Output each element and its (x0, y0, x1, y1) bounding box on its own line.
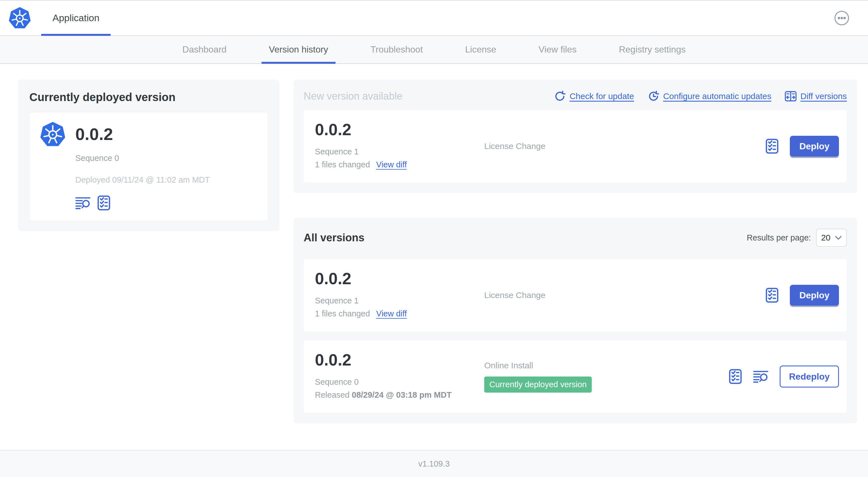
deployed-actions (75, 195, 210, 211)
currently-deployed-card: Currently deployed version 0.0.2 Sequenc… (18, 80, 279, 231)
checklist-icon (729, 369, 742, 384)
console-version: v1.109.3 (418, 459, 450, 469)
version-info: 0.0.2 Sequence 1 1 files changedView dif… (315, 270, 484, 320)
version-row-sequence-1: 0.0.2 Sequence 1 1 files changedView dif… (304, 259, 847, 331)
chevron-down-icon (835, 236, 842, 240)
preflight-checks-button[interactable] (766, 288, 779, 303)
deployed-version-number: 0.0.2 (75, 121, 210, 148)
results-per-page-label: Results per page: (747, 233, 811, 242)
check-for-update-link[interactable]: Check for update (554, 90, 634, 102)
checklist-icon (766, 139, 779, 154)
files-changed-label: 1 files changed (315, 309, 370, 318)
source-label: Online Install (484, 361, 723, 370)
version-history-page: Currently deployed version 0.0.2 Sequenc… (0, 64, 868, 450)
kubernetes-logo-icon (8, 1, 32, 35)
view-logs-button[interactable] (753, 370, 768, 383)
source-label: License Change (484, 141, 760, 151)
configure-automatic-updates-label: Configure automatic updates (663, 91, 772, 101)
currently-deployed-badge: Currently deployed version (484, 377, 592, 393)
files-changed-line: 1 files changedView diff (315, 158, 484, 171)
tab-label: Version history (269, 44, 328, 55)
logs-icon (753, 370, 768, 383)
currently-deployed-title: Currently deployed version (29, 91, 268, 103)
app-tab-label: Application (53, 12, 99, 23)
files-changed-line: 1 files changedView diff (315, 307, 484, 320)
refresh-icon (554, 90, 566, 102)
diff-icon (785, 90, 797, 102)
logs-icon (75, 197, 91, 209)
view-diff-link[interactable]: View diff (376, 309, 407, 318)
deployed-version-card: 0.0.2 Sequence 0 Deployed 09/11/24 @ 11:… (29, 112, 268, 221)
main-nav: Dashboard Version history Troubleshoot L… (0, 36, 868, 64)
app-icon-kubernetes (39, 121, 66, 211)
version-sequence: Sequence 1 (315, 145, 484, 158)
version-info: 0.0.2 Sequence 0 Released08/29/24 @ 03:1… (315, 352, 484, 401)
version-actions: Deploy (766, 285, 839, 306)
results-per-page: Results per page: 20 (747, 229, 847, 247)
tab-version-history[interactable]: Version history (258, 36, 339, 63)
new-version-card: New version available Check for update (293, 80, 857, 193)
results-per-page-select[interactable]: 20 (816, 229, 847, 247)
version-source: License Change (484, 291, 766, 300)
tab-label: Registry settings (619, 44, 686, 55)
results-per-page-value: 20 (821, 233, 831, 242)
version-actions: Redeploy (729, 365, 839, 388)
checklist-icon (97, 195, 110, 211)
active-tab-underline (261, 62, 336, 64)
app-tab-active-underline (41, 34, 111, 36)
deploy-button[interactable]: Deploy (790, 136, 839, 157)
checklist-icon (766, 288, 779, 303)
app-tab-application[interactable]: Application (41, 1, 111, 35)
diff-versions-label: Diff versions (800, 91, 847, 101)
tab-view-files[interactable]: View files (528, 36, 588, 63)
more-options-button[interactable] (834, 10, 849, 26)
new-version-title: New version available (304, 90, 402, 102)
view-logs-button[interactable] (75, 197, 91, 209)
update-links: Check for update Configure automatic upd… (554, 90, 847, 102)
released-line: Released08/29/24 @ 03:18 pm MDT (315, 388, 484, 401)
tab-label: Dashboard (182, 44, 226, 55)
kots-admin-console: Application Dashboard Version history Tr… (0, 0, 868, 477)
version-source: Online Install Currently deployed versio… (484, 361, 729, 393)
version-number: 0.0.2 (315, 352, 484, 368)
version-source: License Change (484, 141, 766, 151)
preflight-checks-button[interactable] (729, 369, 742, 384)
version-info: 0.0.2 Sequence 1 1 files changedView dif… (315, 121, 484, 171)
all-versions-title: All versions (304, 232, 364, 244)
version-sequence: Sequence 1 (315, 294, 484, 307)
source-label: License Change (484, 291, 760, 300)
preflight-checks-button[interactable] (766, 139, 779, 154)
ellipsis-icon (834, 10, 849, 26)
tab-label: Troubleshoot (371, 44, 423, 55)
tab-dashboard[interactable]: Dashboard (172, 36, 237, 63)
preflight-checks-button[interactable] (97, 195, 110, 211)
version-row-sequence-0: 0.0.2 Sequence 0 Released08/29/24 @ 03:1… (304, 340, 847, 413)
tab-troubleshoot[interactable]: Troubleshoot (360, 36, 434, 63)
released-date: 08/29/24 @ 03:18 pm MDT (352, 390, 452, 399)
version-list: 0.0.2 Sequence 1 1 files changedView dif… (304, 259, 847, 413)
version-number: 0.0.2 (315, 121, 484, 138)
configure-automatic-updates-link[interactable]: Configure automatic updates (648, 90, 772, 102)
new-version-row: 0.0.2 Sequence 1 1 files changedView dif… (304, 110, 847, 182)
deploy-button[interactable]: Deploy (790, 285, 839, 306)
all-versions-header: All versions Results per page: 20 (304, 229, 847, 247)
version-number: 0.0.2 (315, 270, 484, 287)
view-diff-link[interactable]: View diff (376, 160, 407, 169)
deployed-timestamp: Deployed 09/11/24 @ 11:02 am MDT (75, 175, 210, 185)
new-version-header: New version available Check for update (304, 90, 847, 102)
released-label: Released (315, 390, 350, 399)
files-changed-label: 1 files changed (315, 160, 370, 169)
tab-label: License (465, 44, 496, 55)
deployed-version-info: 0.0.2 Sequence 0 Deployed 09/11/24 @ 11:… (75, 121, 210, 211)
redeploy-button[interactable]: Redeploy (780, 365, 839, 388)
app-header: Application (0, 1, 868, 36)
tab-license[interactable]: License (454, 36, 507, 63)
deployed-sequence: Sequence 0 (75, 153, 210, 163)
diff-versions-link[interactable]: Diff versions (785, 90, 847, 102)
right-column: New version available Check for update (293, 80, 857, 423)
scheduled-update-icon (648, 90, 659, 102)
version-actions: Deploy (766, 136, 839, 157)
all-versions-card: All versions Results per page: 20 (293, 218, 857, 423)
tab-registry-settings[interactable]: Registry settings (608, 36, 696, 63)
tab-label: View files (539, 44, 577, 55)
